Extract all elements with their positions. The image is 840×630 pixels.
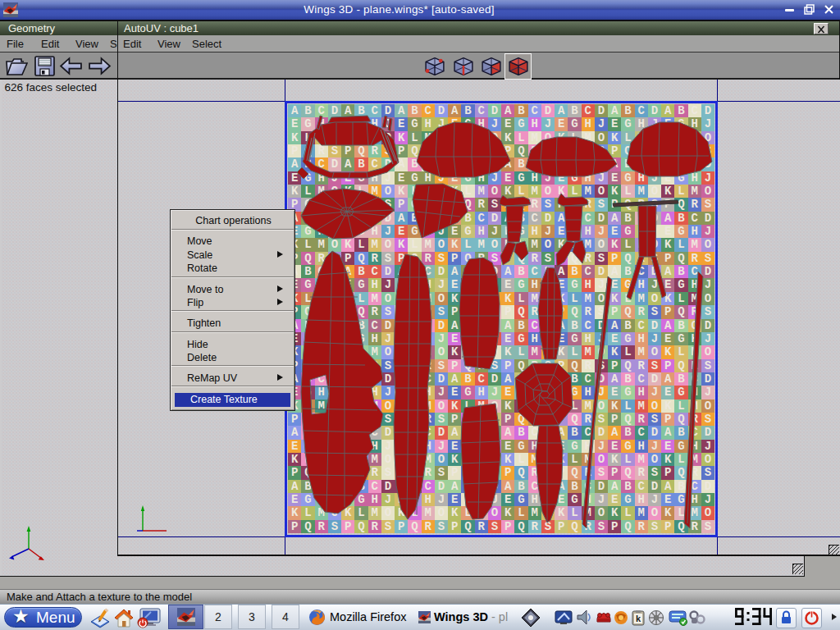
svg-text:k: k: [636, 614, 641, 623]
